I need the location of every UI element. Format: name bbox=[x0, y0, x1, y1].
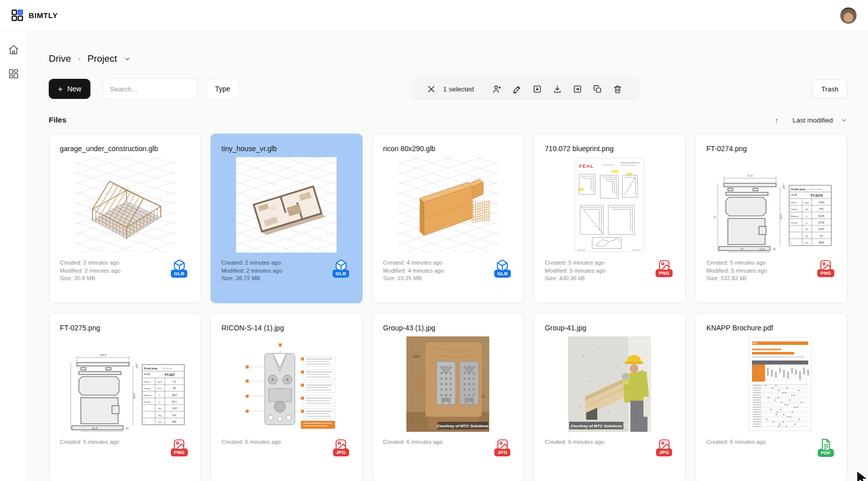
file-card[interactable]: Group-43 (1).jpg Courtesy of MTC Solutio… bbox=[372, 313, 524, 481]
file-card[interactable]: FT-0275.png 103.5 86.5 4.5 81.5 22 Profi… bbox=[49, 313, 201, 481]
file-meta: Created: 2 minutes ago Modified: 2 minut… bbox=[60, 259, 190, 283]
svg-text:mm: mm bbox=[158, 421, 162, 423]
image-file-icon bbox=[173, 438, 185, 451]
thumbnail-art bbox=[398, 157, 498, 253]
move-arrow-icon bbox=[573, 84, 582, 94]
breadcrumb-separator-icon: › bbox=[78, 55, 80, 63]
file-card[interactable]: KNAPP Brochure.pdf bbox=[695, 313, 847, 481]
dashboard-grid-icon[interactable] bbox=[8, 68, 19, 79]
file-thumbnail bbox=[383, 157, 513, 253]
glb-cube-icon bbox=[173, 259, 186, 272]
type-filter-button[interactable]: Type bbox=[206, 79, 239, 99]
file-created: Created: 2 minutes ago bbox=[60, 259, 121, 267]
svg-text:2.1: 2.1 bbox=[173, 381, 176, 383]
svg-text:Moment: Moment bbox=[791, 215, 799, 217]
file-card[interactable]: tiny_house_vr.glb Created: 2 minutes ago… bbox=[210, 134, 363, 303]
bimtly-logo-icon bbox=[11, 9, 24, 22]
file-size: Size: 532.82 kB bbox=[706, 275, 767, 283]
svg-text:mm: mm bbox=[805, 242, 808, 244]
move-button[interactable] bbox=[567, 84, 587, 94]
file-modified bbox=[222, 446, 281, 454]
svg-text:38.5: 38.5 bbox=[172, 394, 177, 397]
file-type-badge: GLB bbox=[169, 259, 190, 278]
file-name: tiny_house_vr.glb bbox=[222, 145, 352, 153]
download-button[interactable] bbox=[547, 84, 567, 94]
file-modified: Modified: 2 minutes ago bbox=[222, 267, 282, 275]
file-modified bbox=[545, 446, 604, 454]
new-button[interactable]: + New bbox=[49, 79, 90, 99]
file-card[interactable]: garage_under_construction.glb Created: 2… bbox=[49, 134, 201, 303]
file-modified: Modified: 5 minutes ago bbox=[545, 267, 605, 275]
file-modified: Modified: 4 minutes ago bbox=[383, 267, 444, 275]
file-card[interactable]: ricon 80x290.glb Created: 4 minutes ago … bbox=[372, 134, 524, 303]
svg-text:Wx: Wx bbox=[805, 228, 809, 230]
file-created: Created: 6 minutes ago bbox=[383, 438, 443, 446]
add-user-button[interactable] bbox=[487, 84, 507, 94]
mouse-cursor bbox=[856, 470, 868, 481]
svg-text:10.57: 10.57 bbox=[818, 228, 824, 230]
chevron-down-icon[interactable] bbox=[124, 56, 131, 62]
sort-label[interactable]: Last modified bbox=[793, 116, 833, 124]
file-card[interactable]: Group-41.jpg Courtesy of MTC Solutions C… bbox=[533, 313, 686, 481]
svg-text:FT-027: FT-027 bbox=[165, 373, 175, 377]
svg-text:86.5: 86.5 bbox=[133, 393, 136, 399]
file-type-badge: GLB bbox=[492, 259, 513, 278]
trash-view-button[interactable]: Trash bbox=[812, 79, 847, 98]
sort-control[interactable]: ↑ Last modified bbox=[775, 116, 847, 125]
file-name: Group-41.jpg bbox=[545, 324, 675, 332]
new-button-label: New bbox=[67, 85, 81, 93]
file-name: Group-43 (1).jpg bbox=[383, 324, 513, 332]
svg-text:81.5: 81.5 bbox=[92, 427, 98, 430]
file-size bbox=[706, 454, 766, 462]
svg-text:kg/m: kg/m bbox=[158, 381, 163, 383]
svg-text:Moment: Moment bbox=[144, 394, 152, 397]
sort-direction-icon[interactable]: ↑ bbox=[775, 116, 779, 125]
file-thumbnail: 71.5 73 60.5 4.5 37 12.5 22 Profil rama … bbox=[706, 157, 836, 253]
svg-text:Profile frame: Profile frame bbox=[809, 188, 822, 191]
file-card[interactable]: FT-0274.png 71.5 73 60.5 4.5 37 12.5 22 … bbox=[695, 134, 847, 303]
svg-text:Opseg: Opseg bbox=[791, 208, 797, 210]
file-created: Created: 4 minutes ago bbox=[383, 259, 444, 267]
rename-button[interactable] bbox=[507, 84, 527, 94]
image-file-icon bbox=[819, 259, 832, 272]
file-size bbox=[222, 454, 281, 462]
selection-toolbar: 1 selected bbox=[412, 77, 640, 100]
watermark: Courtesy of MTC Solutions bbox=[571, 424, 622, 428]
svg-text:22: 22 bbox=[126, 427, 129, 430]
file-meta: Created: 6 minutes ago JPG bbox=[383, 438, 513, 462]
toolbar: + New Type 1 selected bbox=[49, 77, 847, 100]
file-meta: Created: 5 minutes ago Modified: 5 minut… bbox=[706, 259, 836, 283]
file-thumbnail bbox=[706, 336, 836, 432]
trash-icon bbox=[613, 84, 622, 94]
thumbnail-art: 103.5 86.5 4.5 81.5 22 Profil krila Prof… bbox=[62, 336, 187, 432]
svg-text:19.52: 19.52 bbox=[818, 221, 824, 224]
top-bar: BIMTLY bbox=[0, 0, 868, 31]
file-thumbnail: 103.5 86.5 4.5 81.5 22 Profil krila Prof… bbox=[60, 336, 190, 432]
file-meta: Created: 2 minutes ago Modified: 2 minut… bbox=[222, 259, 352, 283]
search-input[interactable] bbox=[102, 78, 198, 99]
file-thumbnail bbox=[222, 157, 352, 253]
file-meta: Created: 5 minutes ago Modified: 5 minut… bbox=[545, 259, 675, 283]
file-size bbox=[383, 454, 443, 462]
home-icon[interactable] bbox=[8, 44, 19, 55]
file-card[interactable]: RICON-S-14 (1).jpg bbox=[210, 313, 363, 481]
add-user-icon bbox=[492, 84, 502, 94]
svg-text:Profil rama: Profil rama bbox=[791, 188, 806, 191]
delete-button[interactable] bbox=[607, 84, 627, 94]
svg-text:379: 379 bbox=[819, 208, 823, 210]
svg-text:FT-0274: FT-0274 bbox=[811, 194, 823, 197]
thumbnail-art bbox=[730, 336, 813, 432]
user-avatar[interactable] bbox=[840, 7, 857, 24]
breadcrumb-project[interactable]: Project bbox=[87, 53, 117, 64]
chevron-down-icon[interactable] bbox=[841, 117, 847, 124]
svg-text:37: 37 bbox=[740, 248, 743, 251]
save-button[interactable] bbox=[527, 84, 547, 94]
file-card[interactable]: 710.072 blueprint.png FEAL Created: 5 mi… bbox=[533, 134, 686, 303]
close-icon[interactable] bbox=[424, 84, 439, 94]
plus-icon: + bbox=[58, 85, 63, 93]
svg-text:32.54: 32.54 bbox=[818, 215, 824, 217]
file-modified bbox=[383, 446, 443, 454]
svg-text:Wx: Wx bbox=[158, 407, 162, 410]
duplicate-button[interactable] bbox=[587, 84, 607, 94]
breadcrumb-drive[interactable]: Drive bbox=[49, 53, 71, 64]
